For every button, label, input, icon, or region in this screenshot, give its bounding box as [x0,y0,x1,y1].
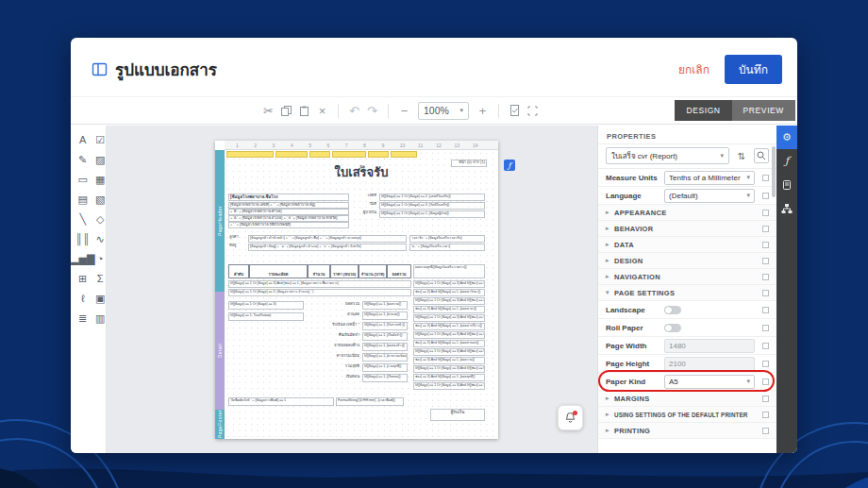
report-field[interactable]: ช่อง] == 3) And Iif([ข้อมูล] == 1, [ยอดค… [413,323,485,330]
report-field[interactable]: ช่อง] == 3) And Iif([ข้อมูล] == 1, [ยอดส… [413,340,485,347]
summary-tool[interactable]: Σ [97,274,104,284]
dock-structure[interactable] [776,196,797,220]
dock-settings[interactable]: ⚙ [776,126,797,149]
report-field[interactable]: 'น. ' + [ข้อมูลใบเสร็จ.เวลา] [409,244,485,251]
prop-toggle-landscape[interactable] [664,306,681,314]
prop-checkbox[interactable] [762,412,769,418]
report-field[interactable]: Iif([ข้อมูล] == 1, [เงินมัดจำ]) [362,332,408,341]
report-field[interactable]: Iif([ข้อมูล] == 1 Or [ข้อมูล] == 3) And … [413,331,485,339]
report-field[interactable]: + 'อ.' + [ข้อมูลโรงพยาบาล.อำเภอ] + ' จ.'… [228,215,349,222]
prop-checkbox[interactable] [762,325,769,331]
zoom-out-icon[interactable]: − [395,105,413,117]
delete-icon[interactable]: × [313,105,331,117]
report-field[interactable]: Iif([ข้อมูล] == 1, [ค่าธรรมเนียม]) [362,353,408,362]
report-field[interactable]: Iif([ข้อมูล] == 1, [รับล่วงหน้า]) [362,322,408,330]
report-field[interactable]: Iif([ข้อมูล] == 1, [ส่วนลด]) [362,311,408,320]
prop-section-margins[interactable]: ▸MARGINS [598,391,776,407]
prop-checkbox[interactable] [762,290,769,296]
fullscreen-icon[interactable] [524,106,542,116]
subreport-tool[interactable]: ▣ [95,294,105,304]
report-field[interactable]: ช่อง] == 3) And Iif([ข้อมูล] == 1, [ยอดร… [413,357,485,364]
report-field[interactable]: [ข้อมูลลูกค้า.ที่อยู่] + ' อ.' + [ข้อมูล… [248,244,407,251]
prop-checkbox[interactable] [762,395,769,402]
dock-report-explorer[interactable] [776,173,797,196]
report-field[interactable]: Iif([ข้อมูล] == 1 Or [ข้อมูล] == 3) And … [413,297,485,305]
report-field[interactable]: Iif([ข้อมูล] == 1 Or [ข้อมูล] == 1, [ข้อ… [379,210,485,218]
report-field[interactable]: Iif([ข้อมูล] == 1 Or [ข้อมูล] == 2, [เลข… [379,194,485,201]
report-field[interactable]: Iif([ข้อมูล] == 1 Or [ข้อมูล] == 3) And … [413,348,485,356]
prop-checkbox[interactable] [762,274,769,280]
prop-section-appearance[interactable]: ▸APPEARANCE [598,205,776,221]
prop-checkbox[interactable] [762,361,769,367]
report-field[interactable]: ผู้ป่วยใน [355,210,377,218]
report-field[interactable]: ราคา (หน่วย) [330,264,359,278]
pageinfo-tool[interactable]: ▧ [95,194,105,205]
report-field[interactable]: ลูกค้า [228,235,247,243]
signature-tool[interactable]: ℓ [81,294,85,304]
prop-checkbox[interactable] [762,193,769,199]
prop-input-page-width[interactable]: 1480 [664,339,755,353]
richtext-tool[interactable]: ✎ [78,155,87,165]
prop-checkbox[interactable] [762,210,769,216]
prop-select-language[interactable]: (Default)▾ [664,189,755,203]
prop-select-measure-units[interactable]: Tenths of a Millimeter▾ [664,171,755,185]
zoom-select[interactable]: 100% ▾ [418,102,469,120]
gauge-tool[interactable]: ◔ [97,254,104,264]
shape-tool[interactable]: ◇ [96,214,104,225]
chart-tool[interactable]: ▂▅▇ [71,254,94,264]
redo-icon[interactable]: ↷ [363,105,381,117]
report-field[interactable]: 'เวลารับ ' + [ข้อมูลใบเสร็จ.เวลารับ] [409,235,485,243]
bell-button[interactable] [558,405,583,430]
report-field[interactable]: Iif([ข้อมูล] == 1, [ยอดรวม]) [362,301,408,310]
prop-input-page-height[interactable]: 2100 [664,357,755,371]
prop-checkbox[interactable] [762,307,769,313]
report-field[interactable]: Iif([ข้อมูล] == 1 Or [ข้อมูล] == 3) And … [413,382,485,390]
report-field[interactable]: ผู้รับเงิน [430,409,485,421]
report-field[interactable]: ช่อง] == 3) And Iif([ข้อมูล] == 1, [ยอดค… [413,306,485,313]
report-field[interactable]: + ' ' + [ข้อมูลโรงพยาบาล.รหัสไปรษณีย์] [228,222,349,228]
report-field[interactable]: Iif([ข้อมูล] == 1, ใบเสร็จย่อย) [228,312,304,321]
report-field[interactable]: ยอดรวม [387,264,411,278]
report-field[interactable]: ช่อง] == 3) And Iif([ข้อมูล] == 1, [ยอดส… [413,374,485,381]
prop-checkbox[interactable] [762,175,769,181]
paste-icon[interactable] [295,106,313,116]
prop-select-paper-kind[interactable]: A5▾ [664,375,755,389]
tab-preview[interactable]: PREVIEW [732,100,795,121]
report-field[interactable]: FormatString('{0:HH:mm}', [เวลาพิมพ์]) [336,397,404,406]
report-field[interactable]: Iif([ข้อมูล] == 1, [เงินทอน]) [362,374,408,382]
report-field[interactable]: Iif([ข้อมูล] == 1 Or [ข้อมูล] == 3) And … [413,365,485,373]
dock-expressions[interactable]: ƒ [776,149,797,173]
report-field[interactable]: ค่าธรรมเนียม [306,353,360,362]
prop-checkbox[interactable] [762,242,769,248]
report-field[interactable]: Iif([ข้อมูล] == 1, [รวมสุทธิ]) [362,363,408,372]
prop-section-behavior[interactable]: ▸BEHAVIOR [598,221,776,237]
report-field[interactable]: รวมสุทธิ [306,363,360,372]
copy-icon[interactable] [277,106,295,116]
report-field[interactable]: + 'ต.' + [ข้อมูลโรงพยาบาล.ตำบล] [228,209,349,215]
page-footer-band[interactable]: PageFooter [215,410,225,439]
report-field[interactable]: จ่ายยอดคงค้าง [306,343,360,351]
report-selector[interactable]: ใบเสร็จ cvr (Report) ▾ [606,147,729,164]
script-indicator-icon[interactable]: ƒ [504,160,515,171]
panel-tool[interactable]: ▭ [77,175,87,185]
tab-design[interactable]: DESIGN [675,100,731,121]
cut-icon[interactable]: ✂ [259,105,277,117]
label-tool[interactable]: A [79,135,86,145]
prop-checkbox[interactable] [762,258,769,264]
properties-scrollbar[interactable] [772,146,776,197]
report-field[interactable]: จำนวน [308,264,330,278]
prop-checkbox[interactable] [762,226,769,232]
report-field[interactable]: ส่วนลด [306,311,360,320]
prop-section-page-settings[interactable]: ▾PAGE SETTINGS [598,285,776,301]
report-field[interactable]: Iif([ข้อมูล] == 1 Or [ข้อมูล] == 3) And … [413,280,485,288]
report-field[interactable]: ช่อง] == 3) And Iif([ข้อมูล] == 1, [ยอดค… [413,289,485,296]
report-field[interactable]: หน้า (0) จาก (1) [451,160,487,167]
checkbox-tool[interactable]: ☑ [95,135,105,145]
report-field[interactable]: รับเงินล่วงหน้า * [306,322,360,330]
report-field[interactable]: 'จัดพิมพ์ครั้งที่ ' + [ข้อมูลการพิมพ์] =… [228,397,334,406]
cancel-button[interactable]: ยกเลิก [678,60,709,78]
prop-checkbox[interactable] [762,379,769,385]
report-field[interactable]: Iif([ข้อมูล] == 1 Or [ข้อมูล] == 3) And … [413,314,485,322]
prop-section-navigation[interactable]: ▸NAVIGATION [598,269,776,285]
printer-tool[interactable]: ▥ [95,313,105,324]
